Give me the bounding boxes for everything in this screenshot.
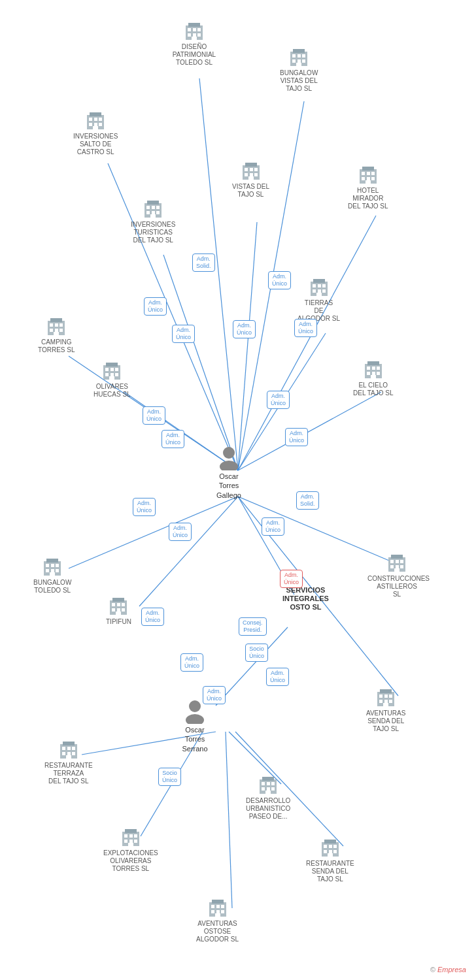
svg-rect-151 [62, 747, 65, 750]
node-aventuras-ostose[interactable]: AVENTURASOSTOSEALGODOR SL [196, 895, 239, 943]
node-disenio[interactable]: DISEÑO PATRIMONIAL TOLEDO SL [165, 18, 224, 67]
svg-rect-47 [93, 126, 98, 129]
svg-rect-56 [248, 176, 254, 180]
badge-adm-unico-14[interactable]: Adm.Único [266, 668, 289, 686]
badge-adm-unico-1[interactable]: Adm.Único [268, 271, 291, 289]
svg-rect-119 [396, 565, 399, 568]
svg-point-159 [186, 714, 204, 724]
svg-rect-95 [105, 368, 109, 371]
node-inversiones-salto[interactable]: INVERSIONESSALTO DECASTRO SL [73, 108, 118, 156]
node-camping-torres[interactable]: CAMPINGTORRES SL [38, 314, 75, 354]
node-construcciones[interactable]: CONSTRUCCIONESASTILLEROSSL [367, 550, 426, 598]
badge-adm-unico-8[interactable]: Adm.Único [267, 391, 290, 409]
badge-adm-unico-red[interactable]: Adm.Único [280, 570, 303, 588]
badge-adm-unico-16[interactable]: Adm.Único [180, 653, 203, 672]
svg-rect-83 [316, 293, 322, 296]
svg-rect-51 [250, 168, 253, 171]
svg-rect-82 [322, 289, 326, 293]
svg-rect-96 [110, 368, 114, 371]
node-restaurante-terraza[interactable]: RESTAURANTETERRAZADEL TAJO SL [44, 737, 93, 785]
building-icon-restaurante-terraza [57, 737, 80, 760]
badge-adm-solid-1[interactable]: Adm.Solid. [192, 253, 215, 272]
svg-line-3 [238, 222, 257, 470]
svg-rect-189 [211, 905, 214, 908]
badge-adm-solid-2[interactable]: Adm.Solid. [296, 491, 319, 510]
svg-rect-167 [271, 787, 275, 791]
svg-rect-58 [362, 167, 374, 171]
svg-point-112 [220, 461, 238, 470]
label-aventuras-ostose: AVENTURASOSTOSEALGODOR SL [196, 920, 239, 943]
svg-rect-33 [298, 54, 301, 57]
svg-rect-100 [115, 373, 118, 376]
svg-rect-143 [384, 694, 388, 698]
badge-consej-presid[interactable]: Consej.Presid. [239, 617, 267, 636]
node-oscar-torres-serrano[interactable]: OscarTorresSerrano [182, 698, 208, 753]
badge-adm-unico-12[interactable]: Adm.Único [169, 523, 192, 541]
svg-rect-35 [292, 59, 296, 63]
node-tipifun[interactable]: TIPIFUN [106, 593, 131, 626]
label-desarrollo-urbanistico: DESARROLLOURBANISTICOPASEO DE... [246, 797, 290, 821]
node-tierras-algodor[interactable]: TIERRASDEALGODOR SL [298, 274, 340, 323]
svg-rect-41 [89, 118, 92, 121]
building-icon-inversiones-turisticas [141, 196, 165, 220]
badge-adm-unico-6[interactable]: Adm.Único [143, 406, 165, 425]
badge-adm-unico-13[interactable]: Adm.Único [141, 608, 164, 626]
badge-adm-unico-2[interactable]: Adm.Único [144, 297, 167, 316]
svg-rect-46 [99, 123, 102, 126]
svg-rect-163 [267, 782, 270, 785]
svg-rect-118 [390, 565, 394, 568]
svg-rect-173 [333, 845, 337, 848]
badge-adm-unico-5[interactable]: Adm.Único [294, 319, 317, 337]
svg-rect-125 [51, 564, 54, 567]
node-aventuras-senda[interactable]: AVENTURASSENDA DELTAJO SL [366, 685, 405, 733]
label-restaurante-terraza: RESTAURANTETERRAZADEL TAJO SL [44, 762, 93, 785]
badge-adm-unico-15[interactable]: Adm.Único [203, 686, 226, 704]
svg-rect-138 [122, 608, 125, 612]
svg-rect-72 [152, 211, 155, 214]
svg-rect-91 [60, 329, 63, 332]
badge-socio-unico-1[interactable]: SocioÚnico [245, 644, 268, 662]
label-bungalow-toledo: BUNGALOWTOLEDO SL [33, 579, 71, 595]
svg-rect-166 [267, 787, 270, 791]
svg-rect-177 [328, 853, 333, 857]
svg-rect-61 [371, 172, 375, 175]
svg-rect-134 [117, 603, 120, 606]
svg-rect-29 [192, 37, 197, 40]
badge-adm-unico-11[interactable]: Adm.Único [133, 498, 156, 516]
node-vistas-tajo[interactable]: VISTAS DELTAJO SL [232, 158, 269, 199]
svg-rect-123 [46, 559, 58, 563]
badge-adm-unico-4[interactable]: Adm.Único [233, 320, 256, 338]
svg-rect-103 [367, 361, 379, 365]
badge-adm-unico-10[interactable]: Adm.Único [262, 517, 284, 536]
svg-line-0 [199, 78, 238, 470]
svg-rect-190 [216, 905, 220, 908]
svg-rect-106 [377, 367, 380, 370]
node-restaurante-senda[interactable]: RESTAURANTESENDA DELTAJO SL [306, 835, 354, 883]
node-hotel-mirador[interactable]: HOTELMIRADORDEL TAJO SL [348, 162, 388, 210]
svg-rect-79 [322, 284, 326, 287]
svg-rect-172 [329, 845, 332, 848]
node-oscar-torres-gallego[interactable]: OscarTorresGallego [216, 444, 242, 500]
node-servicios-integrales[interactable]: SERVICIOSINTEGRALESOSTO SL [282, 585, 329, 612]
node-explotaciones[interactable]: EXPLOTACIONESOLIVARERASTORRES SL [103, 825, 158, 873]
badge-adm-unico-7[interactable]: Adm.Único [162, 430, 184, 448]
svg-rect-44 [89, 123, 92, 126]
node-bungalow-vistas[interactable]: BUNGALOWVISTAS DELTAJO SL [280, 44, 318, 93]
node-desarrollo-urbanistico[interactable]: DESARROLLOURBANISTICOPASEO DE... [246, 772, 290, 821]
badge-adm-unico-9[interactable]: Adm.Único [285, 428, 308, 446]
svg-rect-146 [384, 700, 388, 703]
svg-rect-148 [383, 703, 388, 706]
building-icon-bungalow-vistas [287, 44, 311, 68]
badge-socio-unico-2[interactable]: SocioÚnico [158, 768, 181, 786]
badge-adm-unico-3[interactable]: Adm.Único [172, 325, 195, 343]
svg-rect-171 [324, 845, 327, 848]
node-el-cielo[interactable]: EL CIELODEL TAJO SL [353, 357, 394, 397]
svg-rect-24 [193, 28, 196, 31]
node-bungalow-toledo[interactable]: BUNGALOWTOLEDO SL [33, 554, 71, 595]
svg-rect-107 [367, 372, 370, 375]
node-olivares-huecas[interactable]: OLIVARESHUECAS SL [94, 358, 131, 399]
svg-rect-60 [367, 172, 370, 175]
node-inversiones-turisticas[interactable]: INVERSIONESTURISTICASDEL TAJO SL [131, 196, 175, 244]
label-el-cielo: EL CIELODEL TAJO SL [353, 382, 394, 397]
svg-rect-191 [221, 905, 224, 908]
